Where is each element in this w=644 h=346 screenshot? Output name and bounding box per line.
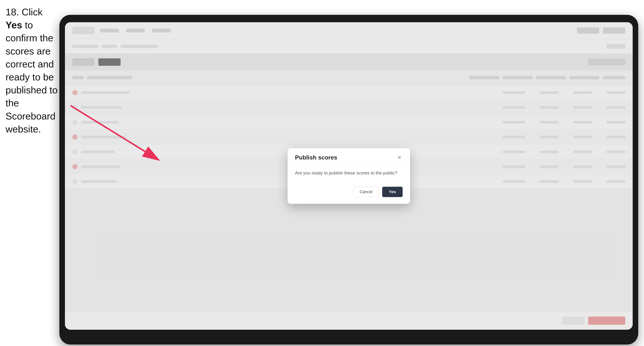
instruction-text: 18. Click Yes to confirm the scores are …	[6, 5, 61, 136]
modal-header: Publish scores ✕	[288, 148, 410, 165]
instruction-bold: Yes	[6, 20, 22, 30]
instruction-number: 18.	[6, 7, 19, 17]
tablet-device: Publish scores ✕ Are you ready to publis…	[59, 15, 638, 345]
publish-scores-modal: Publish scores ✕ Are you ready to publis…	[288, 148, 410, 204]
modal-title: Publish scores	[295, 154, 337, 161]
instruction-prefix: Click	[19, 7, 42, 17]
tablet-screen: Publish scores ✕ Are you ready to publis…	[65, 22, 633, 330]
modal-footer: Cancel Yes	[288, 183, 410, 204]
instruction-suffix: to confirm the scores are correct and re…	[6, 20, 58, 135]
modal-close-button[interactable]: ✕	[396, 154, 402, 161]
modal-body: Are you ready to publish these scores to…	[288, 165, 410, 183]
modal-yes-button[interactable]: Yes	[382, 187, 402, 197]
modal-message: Are you ready to publish these scores to…	[295, 171, 402, 175]
modal-cancel-button[interactable]: Cancel	[354, 187, 378, 197]
